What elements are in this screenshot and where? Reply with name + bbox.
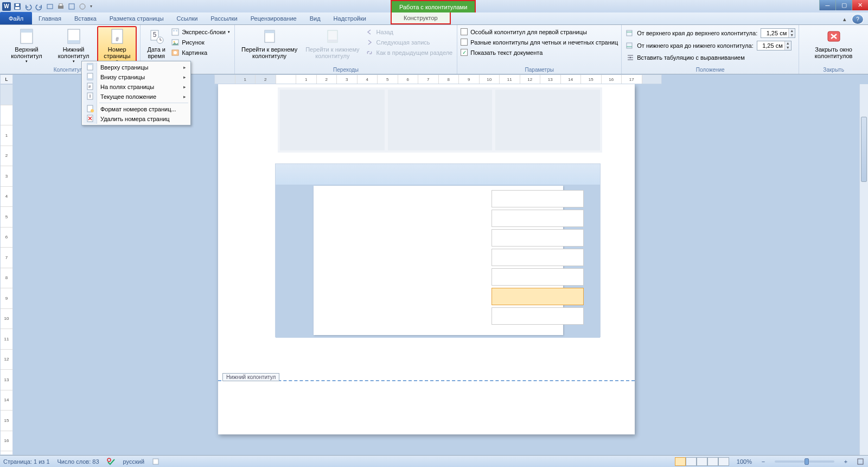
dd-format-label: Формат номеров страниц... xyxy=(100,106,176,112)
clipart-label: Картинка xyxy=(182,49,207,56)
embedded-thumb xyxy=(492,307,584,325)
svg-rect-5 xyxy=(59,4,62,6)
svg-text:#: # xyxy=(88,84,91,89)
status-page[interactable]: Страница: 1 из 1 xyxy=(3,458,50,465)
spin-down-icon[interactable]: ▼ xyxy=(785,46,791,50)
goto-header-button[interactable]: Перейти к верхнему колонтитулу xyxy=(238,26,301,61)
qat-icon-6[interactable] xyxy=(67,2,76,11)
view-web-layout[interactable] xyxy=(697,457,707,466)
view-full-reading[interactable] xyxy=(686,457,697,466)
footer-boundary-line xyxy=(218,380,635,381)
ribbon-tabs: Файл Главная Вставка Разметка страницы С… xyxy=(0,12,868,25)
view-draft[interactable] xyxy=(718,457,729,466)
picture-label: Рисунок xyxy=(182,39,205,46)
dd-remove-numbers[interactable]: Удалить номера страниц xyxy=(83,114,189,124)
zoom-slider-knob[interactable] xyxy=(805,458,809,465)
horizontal-ruler[interactable]: 121234567891011121314151617 xyxy=(214,74,662,84)
close-button[interactable]: ✕ xyxy=(852,0,868,10)
svg-rect-3 xyxy=(47,4,53,9)
undo-icon[interactable] xyxy=(24,2,33,11)
show-doc-checkbox[interactable]: ✓Показать текст документа xyxy=(461,48,618,56)
odd-even-checkbox[interactable]: Разные колонтитулы для четных и нечетных… xyxy=(461,38,618,46)
datetime-button[interactable]: 5 Дата и время xyxy=(144,26,169,61)
datetime-icon: 5 xyxy=(148,28,165,45)
ribbon-minimize-icon[interactable]: ▴ xyxy=(840,14,850,24)
clipart-button[interactable]: Картинка xyxy=(170,48,231,58)
document-area: L 121234567891011121314151617 1234567891… xyxy=(0,74,868,455)
dd-bottom-of-page[interactable]: Внизу страницы▸ xyxy=(83,72,189,82)
footer-from-bottom-input[interactable] xyxy=(757,42,784,49)
document-viewport[interactable]: Нижний колонтитул xyxy=(13,84,859,455)
submenu-arrow-icon: ▸ xyxy=(183,65,186,70)
qat-icon-7[interactable] xyxy=(78,2,87,11)
dd-remove-label: Удалить номера страниц xyxy=(100,116,170,122)
tab-view[interactable]: Вид xyxy=(303,12,327,24)
dd-margins-label: На полях страницы xyxy=(100,84,154,90)
tab-review[interactable]: Рецензирование xyxy=(244,12,303,24)
fullscreen-icon[interactable] xyxy=(857,458,865,465)
status-language[interactable]: русский xyxy=(123,458,144,465)
tab-file[interactable]: Файл xyxy=(0,12,32,24)
header-from-top-spinner[interactable]: ▲▼ xyxy=(761,28,795,38)
footer-button[interactable]: Нижний колонтитул▾ xyxy=(51,26,96,65)
status-word-count[interactable]: Число слов: 83 xyxy=(58,458,99,465)
tab-home[interactable]: Главная xyxy=(32,12,68,24)
qat-icon-4[interactable] xyxy=(46,2,54,11)
tab-designer[interactable]: Конструктор xyxy=(391,12,451,24)
zoom-level[interactable]: 100% xyxy=(737,458,752,465)
ruler-corner[interactable]: L xyxy=(0,74,13,84)
dd-page-margins[interactable]: #На полях страницы▸ xyxy=(83,82,189,92)
qat-customize-icon[interactable]: ▾ xyxy=(89,2,93,11)
maximize-button[interactable]: ▢ xyxy=(835,0,852,10)
view-outline[interactable] xyxy=(707,457,718,466)
quickparts-button[interactable]: Экспресс-блоки▾ xyxy=(170,27,231,37)
vertical-scrollbar[interactable] xyxy=(859,84,868,455)
footer-from-bottom-spinner[interactable]: ▲▼ xyxy=(757,41,792,51)
redo-icon[interactable] xyxy=(35,2,43,11)
picture-button[interactable]: Рисунок xyxy=(170,37,231,47)
svg-rect-41 xyxy=(87,78,93,80)
vertical-ruler[interactable]: 123456789101112131415161718 xyxy=(0,84,13,455)
svg-text:#: # xyxy=(116,36,119,42)
tab-insert[interactable]: Вставка xyxy=(68,12,103,24)
dd-current-position[interactable]: Текущее положение▸ xyxy=(83,92,189,102)
remove-numbers-icon xyxy=(86,115,95,123)
view-print-layout[interactable] xyxy=(675,457,686,466)
tab-references[interactable]: Ссылки xyxy=(170,12,205,24)
zoom-in-button[interactable]: + xyxy=(842,458,850,465)
status-proofing-icon[interactable] xyxy=(107,458,116,465)
zoom-slider[interactable] xyxy=(775,460,834,463)
spin-up-icon[interactable]: ▲ xyxy=(789,29,795,33)
spin-down-icon[interactable]: ▼ xyxy=(789,33,795,37)
save-icon[interactable] xyxy=(13,2,22,11)
first-page-checkbox[interactable]: Особый колонтитул для первой страницы xyxy=(461,28,618,36)
header-button[interactable]: Верхний колонтитул▾ xyxy=(3,26,50,65)
embedded-thumb xyxy=(492,249,584,266)
svg-rect-39 xyxy=(87,64,93,65)
close-header-footer-button[interactable]: Закрыть окно колонтитулов xyxy=(802,26,865,61)
embedded-thumb xyxy=(492,229,584,247)
quickparts-label: Экспресс-блоки xyxy=(182,29,226,35)
print-preview-icon[interactable] xyxy=(56,2,65,11)
svg-point-49 xyxy=(107,458,111,462)
scrollbar-thumb[interactable] xyxy=(861,117,867,182)
prev-label: Назад xyxy=(376,29,393,35)
tab-page-layout[interactable]: Разметка страницы xyxy=(103,12,170,24)
tab-mailings[interactable]: Рассылки xyxy=(204,12,244,24)
status-macro-icon[interactable] xyxy=(152,458,159,465)
svg-rect-21 xyxy=(176,30,177,31)
minimize-button[interactable]: ─ xyxy=(819,0,835,10)
help-icon[interactable]: ? xyxy=(852,14,864,24)
spin-up-icon[interactable]: ▲ xyxy=(785,41,791,46)
header-from-top-label: От верхнего края до верхнего колонтитула… xyxy=(637,30,757,36)
zoom-out-button[interactable]: − xyxy=(760,458,767,465)
page-number-button[interactable]: # Номер страницы▾ xyxy=(97,26,137,65)
insert-alignment-tab-button[interactable]: Вставить табуляцию с выравниванием xyxy=(625,53,795,62)
dd-format-numbers[interactable]: Формат номеров страниц... xyxy=(83,104,189,114)
page-bottom-icon xyxy=(86,73,95,81)
dd-top-of-page[interactable]: Вверху страницы▸ xyxy=(83,62,189,72)
svg-rect-1 xyxy=(15,7,20,9)
header-from-top-input[interactable] xyxy=(761,30,788,36)
embedded-body xyxy=(276,185,600,338)
tab-addins[interactable]: Надстройки xyxy=(327,12,373,24)
